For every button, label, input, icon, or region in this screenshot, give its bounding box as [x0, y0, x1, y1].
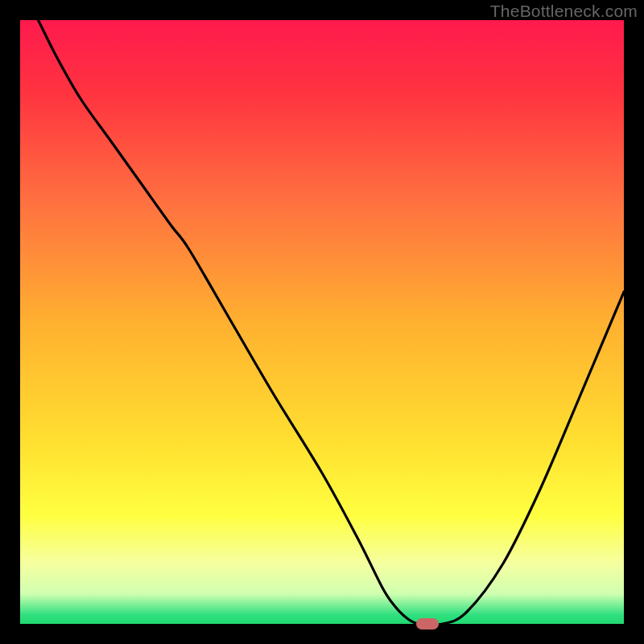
- watermark-label: TheBottleneck.com: [490, 2, 638, 21]
- bottleneck-chart: [20, 20, 624, 624]
- optimal-marker: [416, 618, 439, 630]
- gradient-plot-area: [20, 20, 624, 624]
- chart-frame: TheBottleneck.com: [0, 0, 644, 644]
